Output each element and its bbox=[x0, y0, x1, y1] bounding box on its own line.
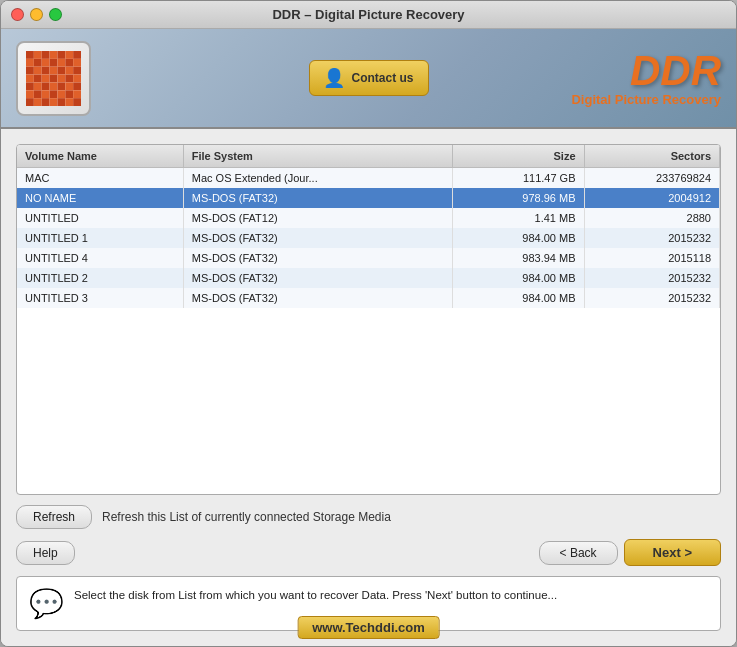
cell-filesystem: MS-DOS (FAT32) bbox=[183, 248, 452, 268]
header: 👤 Contact us DDR Digital Picture Recover… bbox=[1, 29, 736, 129]
back-button[interactable]: < Back bbox=[539, 541, 618, 565]
table-row[interactable]: UNTITLEDMS-DOS (FAT12)1.41 MB2880 bbox=[17, 208, 720, 228]
disk-table: Volume Name File System Size Sectors MAC… bbox=[17, 145, 720, 308]
contact-label: Contact us bbox=[351, 71, 413, 85]
svg-rect-41 bbox=[65, 90, 73, 98]
svg-rect-46 bbox=[50, 98, 58, 106]
cell-sectors: 2015118 bbox=[584, 248, 720, 268]
svg-rect-39 bbox=[50, 90, 58, 98]
svg-rect-12 bbox=[57, 58, 65, 66]
help-button[interactable]: Help bbox=[16, 541, 75, 565]
cell-sectors: 2015232 bbox=[584, 228, 720, 248]
svg-rect-33 bbox=[57, 82, 65, 90]
svg-rect-43 bbox=[26, 98, 34, 106]
cell-volume: UNTITLED 3 bbox=[17, 288, 183, 308]
info-message: Select the disk from List from which you… bbox=[74, 587, 557, 604]
svg-rect-48 bbox=[65, 98, 73, 106]
cell-filesystem: Mac OS Extended (Jour... bbox=[183, 168, 452, 189]
svg-rect-26 bbox=[57, 74, 65, 82]
refresh-button[interactable]: Refresh bbox=[16, 505, 92, 529]
cell-filesystem: MS-DOS (FAT32) bbox=[183, 188, 452, 208]
svg-rect-19 bbox=[57, 66, 65, 74]
svg-rect-36 bbox=[26, 90, 34, 98]
svg-rect-16 bbox=[34, 66, 42, 74]
cell-filesystem: MS-DOS (FAT12) bbox=[183, 208, 452, 228]
cell-sectors: 2015232 bbox=[584, 288, 720, 308]
table-row[interactable]: UNTITLED 1MS-DOS (FAT32)984.00 MB2015232 bbox=[17, 228, 720, 248]
contact-button[interactable]: 👤 Contact us bbox=[308, 60, 428, 96]
main-content: Volume Name File System Size Sectors MAC… bbox=[1, 129, 736, 646]
cell-volume: UNTITLED 1 bbox=[17, 228, 183, 248]
svg-rect-37 bbox=[34, 90, 42, 98]
table-row[interactable]: UNTITLED 3MS-DOS (FAT32)984.00 MB2015232 bbox=[17, 288, 720, 308]
cell-sectors: 2004912 bbox=[584, 188, 720, 208]
cell-size: 978.96 MB bbox=[452, 188, 584, 208]
cell-volume: UNTITLED 4 bbox=[17, 248, 183, 268]
next-button[interactable]: Next > bbox=[624, 539, 721, 566]
minimize-button[interactable] bbox=[30, 8, 43, 21]
svg-rect-34 bbox=[65, 82, 73, 90]
svg-rect-10 bbox=[42, 58, 50, 66]
watermark: www.Techddi.com bbox=[297, 616, 440, 639]
cell-sectors: 2880 bbox=[584, 208, 720, 228]
cell-size: 984.00 MB bbox=[452, 288, 584, 308]
cell-volume: UNTITLED 2 bbox=[17, 268, 183, 288]
cell-size: 984.00 MB bbox=[452, 268, 584, 288]
svg-rect-22 bbox=[26, 74, 34, 82]
maximize-button[interactable] bbox=[49, 8, 62, 21]
svg-rect-35 bbox=[73, 82, 81, 90]
table-row[interactable]: UNTITLED 4MS-DOS (FAT32)983.94 MB2015118 bbox=[17, 248, 720, 268]
close-button[interactable] bbox=[11, 8, 24, 21]
info-icon: 💬 bbox=[29, 587, 64, 620]
table-row[interactable]: UNTITLED 2MS-DOS (FAT32)984.00 MB2015232 bbox=[17, 268, 720, 288]
contact-icon: 👤 bbox=[323, 67, 345, 89]
svg-rect-2 bbox=[34, 51, 42, 59]
col-header-size: Size bbox=[452, 145, 584, 168]
cell-size: 1.41 MB bbox=[452, 208, 584, 228]
svg-rect-4 bbox=[50, 51, 58, 59]
refresh-description: Refresh this List of currently connected… bbox=[102, 510, 391, 524]
svg-rect-17 bbox=[42, 66, 50, 74]
cell-filesystem: MS-DOS (FAT32) bbox=[183, 268, 452, 288]
table-header-row: Volume Name File System Size Sectors bbox=[17, 145, 720, 168]
svg-rect-8 bbox=[26, 58, 34, 66]
table-row[interactable]: MACMac OS Extended (Jour...111.47 GB2337… bbox=[17, 168, 720, 189]
table-row[interactable]: NO NAMEMS-DOS (FAT32)978.96 MB2004912 bbox=[17, 188, 720, 208]
ddr-title: DDR bbox=[571, 50, 721, 92]
svg-rect-30 bbox=[34, 82, 42, 90]
col-header-volume: Volume Name bbox=[17, 145, 183, 168]
svg-rect-11 bbox=[50, 58, 58, 66]
svg-rect-3 bbox=[42, 51, 50, 59]
cell-sectors: 2015232 bbox=[584, 268, 720, 288]
cell-size: 983.94 MB bbox=[452, 248, 584, 268]
disk-table-container: Volume Name File System Size Sectors MAC… bbox=[16, 144, 721, 495]
cell-sectors: 233769824 bbox=[584, 168, 720, 189]
svg-rect-40 bbox=[57, 90, 65, 98]
svg-rect-44 bbox=[34, 98, 42, 106]
refresh-row: Refresh Refresh this List of currently c… bbox=[16, 505, 721, 529]
svg-rect-28 bbox=[73, 74, 81, 82]
cell-filesystem: MS-DOS (FAT32) bbox=[183, 228, 452, 248]
svg-rect-45 bbox=[42, 98, 50, 106]
svg-rect-5 bbox=[57, 51, 65, 59]
svg-rect-31 bbox=[42, 82, 50, 90]
svg-rect-14 bbox=[73, 58, 81, 66]
cell-size: 111.47 GB bbox=[452, 168, 584, 189]
svg-rect-7 bbox=[73, 51, 81, 59]
svg-rect-9 bbox=[34, 58, 42, 66]
svg-rect-38 bbox=[42, 90, 50, 98]
svg-rect-29 bbox=[26, 82, 34, 90]
main-window: DDR – Digital Picture Recovery bbox=[0, 0, 737, 647]
svg-rect-27 bbox=[65, 74, 73, 82]
svg-rect-21 bbox=[73, 66, 81, 74]
svg-rect-15 bbox=[26, 66, 34, 74]
ddr-logo: DDR Digital Picture Recovery bbox=[571, 50, 721, 107]
col-header-sectors: Sectors bbox=[584, 145, 720, 168]
svg-rect-20 bbox=[65, 66, 73, 74]
svg-rect-23 bbox=[34, 74, 42, 82]
svg-rect-42 bbox=[73, 90, 81, 98]
cell-size: 984.00 MB bbox=[452, 228, 584, 248]
svg-rect-18 bbox=[50, 66, 58, 74]
cell-volume: MAC bbox=[17, 168, 183, 189]
svg-rect-6 bbox=[65, 51, 73, 59]
